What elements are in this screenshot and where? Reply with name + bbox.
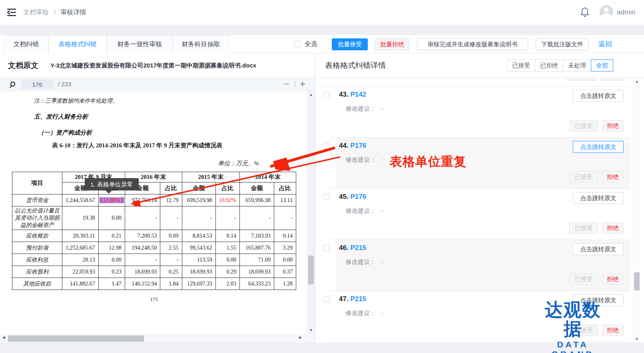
notification-bell-icon[interactable] <box>580 7 590 18</box>
item-title: 44. P176 <box>339 142 366 150</box>
error-item-card: 43. P142 修改建议：- 点击跳转原文 已接受 拒绝 <box>336 87 630 138</box>
scroll-down-icon[interactable]: ▼ <box>307 328 315 332</box>
scroll-up-icon[interactable]: ▲ <box>307 93 315 97</box>
item-checkbox[interactable] <box>323 296 329 302</box>
scrollbar-thumb[interactable] <box>308 256 314 284</box>
table-cell: 0.29 <box>215 266 239 278</box>
item-page-link[interactable]: P176 <box>350 193 366 200</box>
search-icon[interactable] <box>10 81 17 88</box>
document-horizontal-scrollbar[interactable]: ◀ ▶ <box>0 334 315 343</box>
finish-generate-button[interactable]: 审核完成并生成修改版募集说明书 <box>417 38 528 50</box>
reject-button[interactable]: 拒绝 <box>602 171 624 182</box>
table-cell: - <box>240 206 274 230</box>
zoom-in-button[interactable]: + <box>300 78 305 89</box>
tab-financial-consistency[interactable]: 财务一致性审核 <box>107 35 173 53</box>
zoom-separator: | <box>294 79 296 87</box>
tab-financial-subject-extraction[interactable]: 财务科目抽取 <box>173 35 229 53</box>
item-page-link[interactable]: P176 <box>350 142 366 149</box>
table-cell: 12.98 <box>98 242 125 254</box>
filter-unprocessed[interactable]: 未处理 <box>563 59 591 71</box>
user-avatar[interactable] <box>600 5 613 19</box>
document-panel-title: 文档原文 <box>8 60 38 71</box>
suggestion-label: 修改建议： <box>346 207 376 214</box>
accepted-button[interactable]: 已接受 <box>569 171 598 182</box>
item-checkbox[interactable] <box>323 91 329 98</box>
logo-chinese: 达观数据 <box>536 300 610 339</box>
document-panel-header: 文档原文 Y-3北京城建投资发展股份有限公司2017年度第一期中期票据募集说明书… <box>0 53 315 78</box>
table-cell: 0.00 <box>274 254 296 266</box>
table-cell: 19.38 <box>62 206 99 230</box>
doc-heading-2: （一）资产构成分析 <box>38 129 92 137</box>
table-cell: 2.03 <box>215 278 239 290</box>
document-page: 注：三季度数据均未作年化处理。 五、发行人财务分析 （一）资产构成分析 表 6-… <box>0 91 315 334</box>
reject-button[interactable]: 拒绝 <box>602 222 624 234</box>
table-cell: 0.09 <box>160 230 182 242</box>
item-checkbox[interactable] <box>323 245 329 251</box>
jump-to-source-button[interactable]: 点击跳转原文 <box>573 192 624 204</box>
filter-accepted[interactable]: 已接受 <box>507 59 535 71</box>
row-item-name: 货币资金 <box>12 194 62 206</box>
suggestion-label: 修改建议： <box>346 105 376 112</box>
zoom-out-button[interactable]: − <box>284 78 289 89</box>
reject-button[interactable]: 拒绝 <box>602 274 624 285</box>
error-list-scrollbar[interactable]: ▲ ▼ <box>633 78 640 343</box>
doc-heading-1: 五、发行人财务分析 <box>34 113 88 121</box>
tab-doc-correction[interactable]: 文档纠错 <box>4 35 48 53</box>
item-page-link[interactable]: P142 <box>350 91 366 98</box>
download-annotated-button[interactable]: 下载批注版文件 <box>536 38 589 50</box>
error-panel-title: 表格格式纠错详情 <box>325 60 386 71</box>
document-vertical-scrollbar[interactable]: ▲ ▼ <box>307 91 315 334</box>
sub-header-ratio: 占比 <box>274 182 296 194</box>
jump-to-source-button[interactable]: 点击跳转原文 <box>573 243 624 255</box>
table-cell: 71.09 <box>240 254 274 266</box>
scroll-down-icon[interactable]: ▼ <box>633 337 640 341</box>
scroll-up-icon[interactable]: ▲ <box>633 79 640 83</box>
scrollbar-thumb[interactable] <box>8 335 144 342</box>
table-cell: 20,303.11 <box>62 230 99 242</box>
item-title: 46. P215 <box>339 244 366 252</box>
filter-rejected[interactable]: 已拒绝 <box>535 59 563 71</box>
filter-all[interactable]: 全部 <box>591 59 613 71</box>
scroll-left-icon[interactable]: ◀ <box>2 335 5 339</box>
item-checkbox[interactable] <box>323 194 329 200</box>
accepted-button[interactable]: 已接受 <box>569 222 598 234</box>
suggestion-value: - <box>381 156 383 163</box>
clipped-accepted-button[interactable] <box>567 78 596 81</box>
item-number: 45. <box>339 193 349 200</box>
tab-table-format-correction[interactable]: 表格格式纠错 <box>48 35 107 53</box>
batch-reject-button[interactable]: 批量拒绝 <box>375 38 409 50</box>
accepted-button[interactable]: 已接受 <box>569 120 598 131</box>
page-number-input[interactable] <box>21 79 54 89</box>
row-item-name: 应收账款 <box>12 230 62 242</box>
jump-to-source-button[interactable]: 点击跳转原文 <box>573 90 624 102</box>
table-cell: 699,519.98 <box>182 194 215 206</box>
scroll-right-icon[interactable]: ▶ <box>299 335 302 339</box>
item-number: 44. <box>339 142 349 149</box>
error-list-item: 46. P215 修改建议：- 点击跳转原文 已接受 拒绝 <box>315 240 633 291</box>
table-cell: 3.29 <box>274 242 296 254</box>
reject-button[interactable]: 拒绝 <box>602 120 624 131</box>
col-group-header: 2014 年末 <box>240 172 296 182</box>
menu-fold-icon[interactable] <box>6 8 17 17</box>
jump-to-source-button[interactable]: 点击跳转原文 <box>573 141 624 153</box>
table-cell: 0.37 <box>274 266 296 278</box>
item-page-link[interactable]: P215 <box>350 295 366 303</box>
breadcrumb-section[interactable]: 文档审核 <box>23 9 49 16</box>
error-list-item: 45. P176 修改建议：- 点击跳转原文 已接受 拒绝 <box>315 189 633 240</box>
back-link[interactable]: 返回 <box>598 40 612 49</box>
table-cell: - <box>125 206 160 230</box>
table-cell: 7,200.53 <box>125 230 160 242</box>
accepted-button[interactable]: 已接受 <box>569 274 598 285</box>
select-all-checkbox[interactable] <box>294 41 301 47</box>
error-item-card: 44. P176 修改建议：- 点击跳转原文 已接受 拒绝 <box>336 138 630 189</box>
item-checkbox[interactable] <box>323 143 329 149</box>
table-cell: 99,543.62 <box>182 242 215 254</box>
item-page-link[interactable]: P215 <box>350 244 366 252</box>
error-tooltip: 1. 表格单位异常 <box>85 178 139 190</box>
scrollbar-thumb[interactable] <box>634 272 640 290</box>
table-cell: 22,059.93 <box>62 266 99 278</box>
clipped-reject-button[interactable] <box>602 78 624 81</box>
batch-accept-button[interactable]: 批量接受 <box>332 38 368 50</box>
item-title: 45. P176 <box>339 193 366 201</box>
doc-page-footer: 175 <box>12 296 296 303</box>
